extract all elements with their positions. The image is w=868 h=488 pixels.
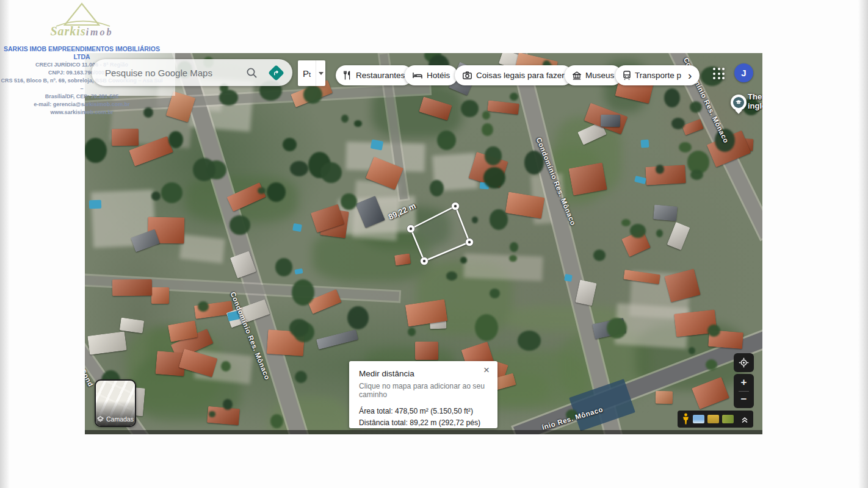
restaurant-icon bbox=[344, 71, 352, 80]
pegman-icon[interactable] bbox=[682, 413, 690, 425]
agency-logo: Sarkisimob bbox=[0, 0, 164, 38]
agency-watermark: Sarkisimob SARKIS IMOB EMPREENDIMENTOS I… bbox=[0, 0, 164, 117]
map-attribution-bar bbox=[85, 430, 762, 434]
imagery-thumb-field[interactable] bbox=[707, 415, 719, 423]
website-line: www.sarkisimob.com.br bbox=[0, 109, 164, 117]
email-line: e-mail: gerencia@sarkisimob.com.br bbox=[0, 101, 164, 109]
collapse-chevrons-icon[interactable] bbox=[740, 415, 749, 423]
zoom-out-button[interactable]: − bbox=[734, 392, 754, 409]
distance-total-value: Distância total: 89,22 m (292,72 pés) bbox=[359, 418, 488, 427]
close-icon[interactable]: × bbox=[481, 365, 492, 376]
poi-label-line2: inglê bbox=[748, 101, 762, 110]
chip-restaurants[interactable]: Restaurantes bbox=[336, 65, 413, 85]
chip-label: Transporte p bbox=[635, 71, 681, 80]
chip-label: Museus bbox=[585, 71, 614, 80]
chip-label: Restaurantes bbox=[356, 71, 405, 80]
museum-icon bbox=[573, 71, 581, 80]
search-input[interactable] bbox=[104, 67, 244, 79]
chips-scroll-right-icon[interactable]: › bbox=[688, 70, 692, 81]
language-label: Pt bbox=[298, 68, 316, 79]
camera-icon bbox=[463, 71, 472, 79]
imagery-bar bbox=[678, 411, 753, 428]
screenshot-canvas: Sarkisimob SARKIS IMOB EMPREENDIMENTOS I… bbox=[0, 0, 868, 488]
chevron-down-icon bbox=[319, 72, 324, 75]
brand-second: imob bbox=[86, 27, 114, 37]
dialog-title: Medir distância bbox=[359, 369, 488, 378]
layers-icon bbox=[97, 416, 104, 423]
layers-button[interactable]: Camadas bbox=[95, 379, 136, 427]
chip-label: Coisas legais para fazer bbox=[476, 71, 565, 80]
brand-name: Sarkisimob bbox=[0, 24, 164, 38]
school-poi-marker[interactable] bbox=[731, 95, 747, 114]
zoom-controls: + − bbox=[734, 374, 754, 408]
brand-first: Sarkis bbox=[50, 24, 85, 38]
chip-hotels[interactable]: Hotéis bbox=[405, 65, 458, 85]
language-button[interactable]: Pt bbox=[298, 60, 325, 86]
google-apps-icon[interactable] bbox=[713, 68, 725, 80]
directions-icon[interactable] bbox=[268, 65, 284, 81]
dialog-subtitle: Clique no mapa para adicionar ao seu cam… bbox=[359, 382, 488, 399]
chip-label: Hotéis bbox=[427, 71, 450, 80]
address-line-2: Brasília/DF, CEP: 70.381-525 bbox=[0, 93, 164, 101]
hotel-icon bbox=[413, 71, 422, 79]
account-avatar[interactable]: J bbox=[734, 63, 753, 82]
chip-museums[interactable]: Museus bbox=[565, 65, 622, 85]
satellite-map[interactable]: Condomínio Res. Mônaco Condomínio Res. M… bbox=[85, 53, 762, 434]
poi-label-line1: Ther bbox=[748, 92, 762, 101]
search-icon[interactable] bbox=[244, 65, 259, 81]
zoom-in-button[interactable]: + bbox=[734, 374, 754, 391]
transit-icon bbox=[623, 71, 631, 80]
search-bar bbox=[92, 59, 292, 86]
chip-transit[interactable]: Transporte p › bbox=[615, 65, 700, 85]
school-poi-label: Ther inglê bbox=[748, 92, 762, 110]
my-location-icon bbox=[739, 357, 749, 368]
area-total-value: Área total: 478,50 m² (5.150,50 ft²) bbox=[359, 407, 488, 415]
imagery-thumb-sky[interactable] bbox=[693, 415, 704, 423]
my-location-button[interactable] bbox=[734, 353, 754, 372]
chip-things-to-do[interactable]: Coisas legais para fazer bbox=[455, 65, 573, 85]
right-edge-shade bbox=[858, 0, 868, 488]
measure-distance-dialog: × Medir distância Clique no mapa para ad… bbox=[349, 361, 497, 428]
layers-label: Camadas bbox=[106, 415, 134, 423]
language-dropdown[interactable] bbox=[316, 60, 325, 86]
imagery-thumb-green[interactable] bbox=[722, 415, 734, 423]
graduation-cap-icon bbox=[733, 97, 744, 108]
